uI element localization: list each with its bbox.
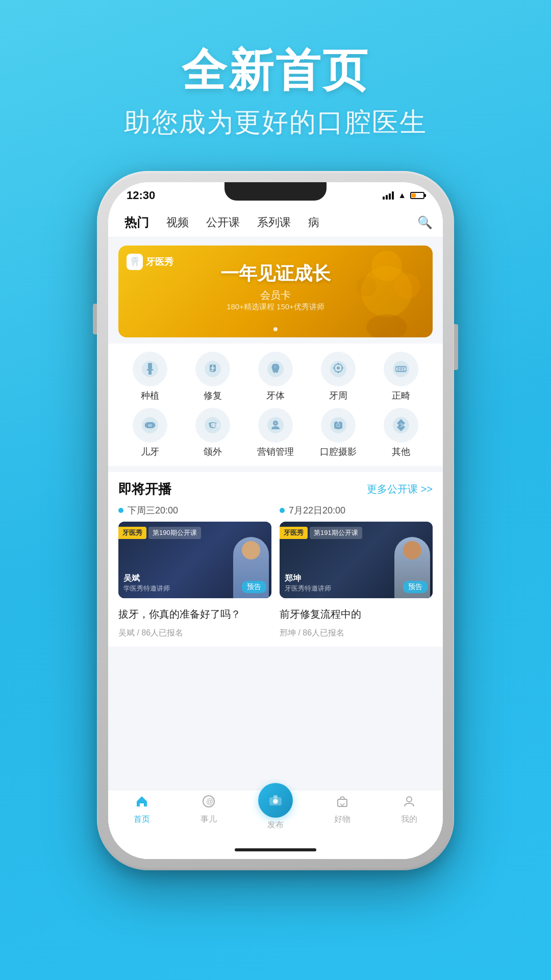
- banner-logo: 🦷 牙医秀: [127, 254, 173, 270]
- category-implant[interactable]: 种植: [118, 352, 181, 402]
- live-section: 即将开播 更多公开课 >> 下周三20:00: [108, 472, 443, 647]
- ortho-label: 正畸: [392, 389, 410, 402]
- svg-point-14: [337, 366, 340, 370]
- other-icon: +: [384, 408, 418, 443]
- tab-video[interactable]: 视频: [160, 212, 195, 233]
- home-bar: [235, 848, 316, 851]
- category-photo[interactable]: 口腔摄影: [307, 408, 370, 458]
- phone-frame: 12:30 ▲ 热门 视频 公开课: [97, 171, 454, 870]
- live-card-2[interactable]: 牙医秀 第191期公开课 郑坤: [280, 522, 433, 598]
- periodontal-label: 牙周: [329, 389, 347, 402]
- category-tooth[interactable]: 牙体: [244, 352, 307, 402]
- banner-title: 一年见证成长: [220, 261, 331, 286]
- tab-disease[interactable]: 病: [302, 212, 325, 233]
- implant-label: 种植: [141, 389, 159, 402]
- shop-icon: [335, 794, 349, 812]
- tab-opencourse[interactable]: 公开课: [200, 212, 246, 233]
- live-card-info-2: 郑坤 牙医秀特邀讲师: [285, 573, 331, 593]
- preview-tag-1: 预告: [242, 581, 266, 593]
- children-label: 儿牙: [141, 446, 159, 458]
- category-children[interactable]: 儿牙: [118, 408, 181, 458]
- live-header: 即将开播 更多公开课 >>: [118, 480, 433, 498]
- svg-point-49: [407, 797, 412, 802]
- live-time-text-2: 7月22日20:00: [289, 504, 345, 517]
- tab-shop[interactable]: 好物: [309, 794, 376, 825]
- speaker-role-1: 学医秀特邀讲师: [123, 584, 170, 593]
- live-card-info-1: 吴斌 学医秀特邀讲师: [123, 573, 170, 593]
- maxillo-icon: 颌 外: [195, 408, 230, 443]
- marketing-icon: [258, 408, 293, 443]
- nav-tabs: 热门 视频 公开课 系列课 病 🔍: [108, 209, 443, 237]
- live-card-bg-2: 牙医秀 第191期公开课 郑坤: [280, 522, 433, 598]
- events-icon: @: [202, 794, 216, 812]
- live-time-2: 7月22日20:00: [280, 504, 433, 517]
- tab-bar: 首页 @ 事儿: [108, 790, 443, 841]
- svg-point-1: [371, 251, 402, 281]
- implant-icon: [133, 352, 167, 386]
- dot-blue-2: [280, 508, 285, 513]
- svg-text:@: @: [206, 797, 213, 805]
- publish-btn[interactable]: [258, 783, 293, 818]
- home-icon: [135, 794, 149, 812]
- live-card-title-1: 拔牙，你真的准备好了吗？: [118, 607, 271, 621]
- banner-card[interactable]: 🦷 牙医秀 一年见证成长: [118, 246, 433, 337]
- svg-rect-27: [145, 423, 147, 427]
- children-icon: [133, 408, 167, 443]
- speaker-name-1: 吴斌: [123, 573, 170, 584]
- tooth-icon: [258, 352, 293, 386]
- svg-point-35: [274, 422, 277, 424]
- svg-rect-47: [273, 795, 278, 798]
- publish-tab-label: 发布: [267, 820, 284, 830]
- svg-rect-29: [148, 424, 152, 427]
- banner-card-label: 会员卡: [220, 288, 331, 302]
- category-grid: 种植: [113, 352, 438, 458]
- svg-text:+: +: [398, 423, 402, 428]
- category-marketing[interactable]: 营销管理: [244, 408, 307, 458]
- battery-icon: [410, 192, 424, 199]
- hero-title: 全新首页: [124, 46, 427, 95]
- preview-tag-2: 预告: [403, 581, 428, 593]
- svg-rect-7: [147, 369, 153, 371]
- person-head-2: [403, 541, 421, 559]
- tab-hot[interactable]: 热门: [118, 211, 155, 234]
- live-card-1[interactable]: 牙医秀 第190期公开课 吴斌: [118, 522, 271, 598]
- tab-home[interactable]: 首页: [108, 794, 175, 825]
- tab-publish[interactable]: 发布: [242, 783, 309, 830]
- other-label: 其他: [392, 446, 410, 458]
- category-ortho[interactable]: 正畸: [370, 352, 433, 402]
- status-time: 12:30: [127, 189, 155, 202]
- tab-profile[interactable]: 我的: [376, 794, 443, 825]
- live-more-link[interactable]: 更多公开课 >>: [367, 482, 433, 496]
- category-periodontal[interactable]: 牙周: [307, 352, 370, 402]
- photo-icon: [321, 408, 356, 443]
- category-section: 种植: [108, 344, 443, 466]
- live-time-text-1: 下周三20:00: [128, 504, 178, 517]
- marketing-label: 营销管理: [257, 446, 294, 458]
- search-icon[interactable]: 🔍: [417, 215, 433, 230]
- svg-point-38: [337, 424, 339, 426]
- phone-notch: [224, 182, 327, 201]
- status-icons: ▲: [383, 191, 424, 200]
- svg-point-4: [366, 314, 407, 337]
- live-schedule: 下周三20:00 牙医秀 第190期公开课: [118, 504, 433, 639]
- live-card-title-2: 前牙修复流程中的: [280, 607, 433, 621]
- tab-events[interactable]: @ 事儿: [175, 794, 242, 825]
- tab-series[interactable]: 系列课: [251, 212, 297, 233]
- person-head-1: [242, 541, 260, 559]
- phone-mockup: 12:30 ▲ 热门 视频 公开课: [97, 171, 454, 870]
- live-col-2: 7月22日20:00 牙医秀 第191期公开课: [280, 504, 433, 639]
- category-other[interactable]: + 其他: [370, 408, 433, 458]
- svg-point-2: [394, 274, 420, 299]
- shop-tab-label: 好物: [334, 814, 350, 825]
- home-indicator: [108, 841, 443, 859]
- repair-icon: [195, 352, 230, 386]
- badge-episode-2: 第191期公开课: [310, 527, 362, 539]
- profile-icon: [402, 794, 416, 812]
- hero-subtitle: 助您成为更好的口腔医生: [124, 105, 427, 140]
- periodontal-icon: [321, 352, 356, 386]
- category-repair[interactable]: 修复: [181, 352, 244, 402]
- events-tab-label: 事儿: [201, 814, 217, 825]
- category-maxillo[interactable]: 颌 外 颌外: [181, 408, 244, 458]
- profile-tab-label: 我的: [401, 814, 417, 825]
- wifi-icon: ▲: [398, 191, 406, 200]
